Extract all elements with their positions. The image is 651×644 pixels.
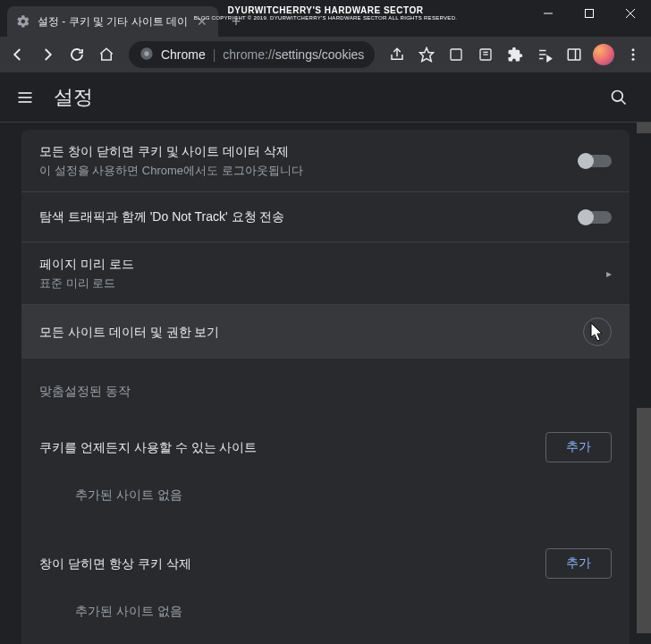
svg-point-5 — [144, 51, 148, 55]
side-panel-icon[interactable] — [561, 40, 587, 69]
empty-state-text: 추가된 사이트 없음 — [21, 591, 630, 632]
reload-button[interactable] — [64, 40, 90, 69]
svg-rect-7 — [451, 49, 461, 60]
extension-icon-2[interactable] — [472, 40, 498, 69]
section-clear-on-close: 창이 닫히면 항상 쿠키 삭제 추가 추가된 사이트 없음 — [21, 532, 630, 644]
svg-rect-1 — [586, 10, 594, 18]
setting-see-all-site-data[interactable]: 모든 사이트 데이터 및 권한 보기 ▸ — [21, 304, 630, 359]
empty-state-text: 추가된 사이트 없음 — [21, 475, 630, 516]
watermark: DYURWITCHERRY'S HARDWARE SECTOR BLOG COP… — [194, 5, 457, 21]
extensions-puzzle-icon[interactable] — [502, 40, 528, 69]
svg-line-24 — [621, 99, 626, 104]
settings-header: 설정 — [0, 72, 651, 123]
share-icon[interactable] — [384, 40, 410, 69]
url-text: chrome://settings/cookies — [223, 47, 364, 62]
svg-rect-15 — [568, 49, 580, 60]
svg-point-18 — [631, 54, 634, 56]
page-title: 설정 — [54, 84, 93, 111]
window-controls — [528, 0, 651, 27]
back-button[interactable] — [5, 40, 31, 69]
close-window-button[interactable] — [610, 0, 651, 27]
url-scheme: Chrome — [161, 47, 206, 62]
setting-preload-pages[interactable]: 페이지 미리 로드 표준 미리 로드 ▸ — [21, 242, 630, 304]
profile-avatar[interactable] — [590, 40, 616, 69]
scrollbar-thumb[interactable] — [637, 408, 651, 633]
setting-do-not-track[interactable]: 탐색 트래픽과 함께 'Do Not Track' 요청 전송 — [21, 191, 630, 242]
menu-dots-icon[interactable] — [620, 40, 646, 69]
section-allow-cookies: 쿠키를 언제든지 사용할 수 있는 사이트 추가 추가된 사이트 없음 — [21, 416, 630, 532]
url-separator: | — [213, 47, 216, 62]
chevron-right-circle-icon: ▸ — [583, 318, 612, 346]
forward-button[interactable] — [35, 40, 61, 69]
add-button[interactable]: 추가 — [545, 548, 612, 579]
add-button[interactable]: 추가 — [545, 432, 612, 462]
maximize-button[interactable] — [569, 0, 610, 27]
toggle-switch[interactable] — [579, 155, 612, 167]
svg-point-17 — [631, 48, 634, 51]
media-control-icon[interactable] — [531, 40, 557, 69]
chrome-logo-icon — [140, 47, 154, 64]
svg-point-19 — [631, 58, 634, 61]
home-button[interactable] — [94, 40, 120, 69]
toggle-switch[interactable] — [579, 211, 612, 224]
bookmark-star-icon[interactable] — [413, 40, 439, 69]
content-scroll-area[interactable]: 모든 창이 닫히면 쿠키 및 사이트 데이터 삭제 이 설정을 사용하면 Chr… — [0, 123, 651, 644]
section-label-custom: 맞춤설정된 동작 — [21, 359, 630, 416]
svg-marker-14 — [547, 56, 552, 62]
settings-card: 모든 창이 닫히면 쿠키 및 사이트 데이터 삭제 이 설정을 사용하면 Chr… — [21, 130, 630, 644]
browser-tab[interactable]: 설정 - 쿠키 및 기타 사이트 데이 ✕ — [7, 6, 218, 37]
tab-title: 설정 - 쿠키 및 기타 사이트 데이 — [38, 14, 188, 30]
svg-marker-6 — [419, 48, 433, 62]
extension-icon-1[interactable] — [443, 40, 469, 69]
browser-toolbar: Chrome | chrome://settings/cookies — [0, 37, 651, 72]
chevron-right-icon: ▸ — [606, 267, 612, 280]
scrollbar-track-top[interactable] — [637, 123, 651, 133]
svg-point-23 — [613, 90, 623, 101]
setting-clear-on-exit[interactable]: 모든 창이 닫히면 쿠키 및 사이트 데이터 삭제 이 설정을 사용하면 Chr… — [21, 130, 630, 191]
menu-hamburger-icon[interactable] — [14, 87, 36, 108]
address-bar[interactable]: Chrome | chrome://settings/cookies — [129, 41, 375, 68]
gear-icon — [16, 14, 30, 29]
window-titlebar: 설정 - 쿠키 및 기타 사이트 데이 ✕ + DYURWITCHERRY'S … — [0, 0, 651, 37]
minimize-button[interactable] — [528, 0, 569, 27]
search-button[interactable] — [601, 80, 637, 115]
